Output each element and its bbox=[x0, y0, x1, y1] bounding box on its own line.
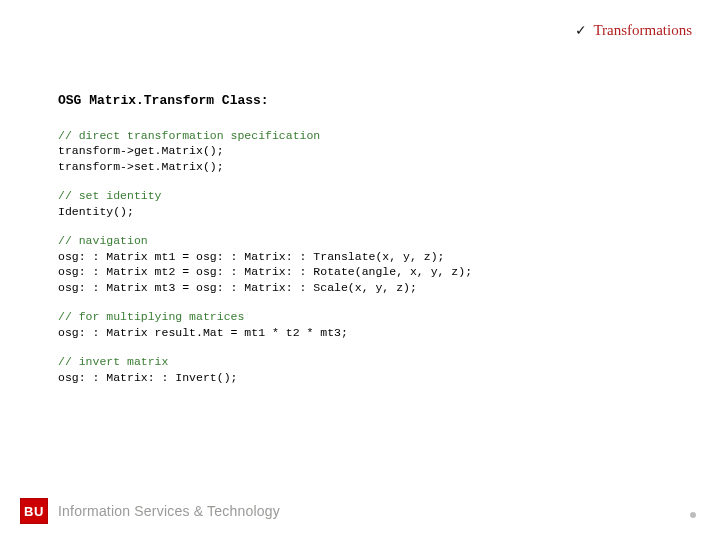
code-line: osg: : Matrix result.Mat = mt1 * t2 * mt… bbox=[58, 326, 348, 339]
content-area: OSG Matrix.Transform Class: // direct tr… bbox=[58, 92, 680, 399]
code-block: // set identity Identity(); bbox=[58, 188, 680, 219]
checkmark-icon: ✓ bbox=[575, 23, 587, 38]
code-comment: // direct transformation specification bbox=[58, 129, 320, 142]
code-block: // direct transformation specification t… bbox=[58, 128, 680, 175]
footer: BU Information Services & Technology bbox=[20, 498, 280, 524]
header-title: Transformations bbox=[593, 22, 692, 38]
page-indicator-dot bbox=[690, 512, 696, 518]
slide-header: ✓Transformations bbox=[575, 22, 692, 39]
slide: ✓Transformations OSG Matrix.Transform Cl… bbox=[0, 0, 720, 540]
code-comment: // invert matrix bbox=[58, 355, 168, 368]
code-comment: // navigation bbox=[58, 234, 148, 247]
code-line: Identity(); bbox=[58, 205, 134, 218]
code-comment: // set identity bbox=[58, 189, 162, 202]
code-line: transform->get.Matrix(); transform->set.… bbox=[58, 144, 224, 173]
bu-logo-badge: BU bbox=[20, 498, 48, 524]
code-line: osg: : Matrix mt1 = osg: : Matrix: : Tra… bbox=[58, 250, 472, 294]
section-heading: OSG Matrix.Transform Class: bbox=[58, 92, 680, 110]
code-comment: // for multiplying matrices bbox=[58, 310, 244, 323]
code-line: osg: : Matrix: : Invert(); bbox=[58, 371, 237, 384]
code-block: // for multiplying matrices osg: : Matri… bbox=[58, 309, 680, 340]
code-block: // invert matrix osg: : Matrix: : Invert… bbox=[58, 354, 680, 385]
footer-org-text: Information Services & Technology bbox=[58, 503, 280, 519]
code-block: // navigation osg: : Matrix mt1 = osg: :… bbox=[58, 233, 680, 295]
